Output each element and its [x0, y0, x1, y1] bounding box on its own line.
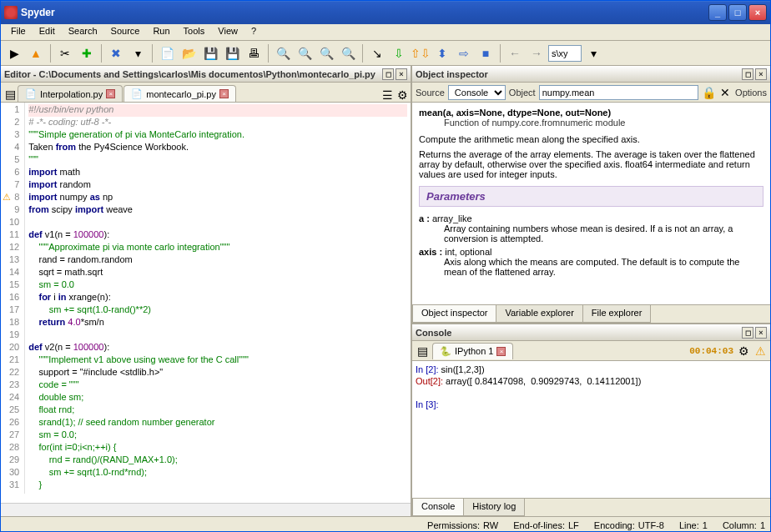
- editor-scroll-horizontal[interactable]: [1, 503, 411, 516]
- lock-icon[interactable]: 🔒: [702, 86, 715, 99]
- goto-input[interactable]: [548, 45, 582, 62]
- menu-edit[interactable]: Edit: [33, 24, 62, 40]
- status-line-label: Line:: [679, 520, 699, 530]
- status-eol-value: LF: [568, 520, 579, 530]
- menu-view[interactable]: View: [211, 24, 244, 40]
- new-file-icon[interactable]: 📄: [157, 43, 177, 63]
- tab-close-icon[interactable]: ×: [219, 89, 229, 98]
- main-toolbar: ▶ ▲ ✂ ✚ ✖ ▾ 📄 📂 💾 💾 🖶 🔍 🔍 🔍 🔍 ↘ ⇩ ⇧⇩ ⬍ ⇨…: [1, 41, 770, 66]
- console-opts-icon[interactable]: ⚙: [737, 344, 750, 358]
- step-out-icon[interactable]: ⬍: [432, 43, 452, 63]
- tab-close-icon[interactable]: ×: [106, 89, 115, 98]
- open-icon[interactable]: 📂: [179, 43, 199, 63]
- tab-list-icon[interactable]: ▤: [3, 87, 18, 102]
- step-over-icon[interactable]: ⇩: [389, 43, 409, 63]
- save-all-icon[interactable]: 💾: [222, 43, 242, 63]
- continue-icon[interactable]: ⇨: [454, 43, 474, 63]
- stop-icon[interactable]: ■: [476, 43, 496, 63]
- app-icon: [4, 6, 18, 19]
- editor-close-icon[interactable]: ×: [396, 68, 407, 80]
- back-icon[interactable]: ←: [505, 43, 525, 63]
- console-header: ▤ 🐍 IPython 1 × 00:04:03 ⚙ ⚠: [412, 341, 770, 361]
- close-button[interactable]: ×: [748, 4, 767, 21]
- options-label[interactable]: Options: [735, 88, 767, 98]
- tab-object-inspector[interactable]: Object inspector: [412, 305, 496, 323]
- inspector-title: Object inspector: [416, 69, 740, 79]
- doc-summary: Compute the arithmetic mean along the sp…: [419, 134, 763, 144]
- menu-bar: File Edit Search Source Run Tools View ?: [1, 24, 770, 41]
- status-line-value: 1: [703, 520, 708, 530]
- tab-variable-explorer[interactable]: Variable explorer: [496, 305, 582, 323]
- tab-label: Interpolation.py: [40, 89, 103, 99]
- editor-tabs: ▤ 📄 Interpolation.py × 📄 montecarlo_pi.p…: [1, 83, 411, 103]
- console-bottom-tabs: Console History log: [412, 498, 770, 516]
- console-list-icon[interactable]: ▤: [416, 344, 429, 358]
- window-title: Spyder: [21, 7, 708, 18]
- inspector-body: mean(a, axis=None, dtype=None, out=None)…: [412, 103, 770, 304]
- find-file-icon[interactable]: 🔍: [295, 43, 315, 63]
- line-gutter: 1234567⚠89101112131415161718192021222324…: [1, 103, 25, 494]
- param-axis: axis : int, optional Axis along which th…: [419, 247, 763, 277]
- outline-icon[interactable]: ☰: [380, 88, 394, 102]
- console-tab-close-icon[interactable]: ×: [496, 347, 506, 356]
- doc-signature: mean(a, axis=None, dtype=None, out=None): [419, 108, 763, 118]
- editor-undock-icon[interactable]: ◻: [382, 68, 394, 80]
- code-editor[interactable]: 1234567⚠89101112131415161718192021222324…: [1, 103, 411, 503]
- options-icon[interactable]: ⚙: [396, 88, 409, 102]
- run-selection-icon[interactable]: ▲: [26, 43, 46, 63]
- step-icon[interactable]: ↘: [367, 43, 387, 63]
- menu-source[interactable]: Source: [104, 24, 147, 40]
- status-enc-label: Encoding:: [594, 520, 635, 530]
- console-output[interactable]: In [2]: sin([1,2,3]) Out[2]: array([ 0.8…: [412, 361, 770, 498]
- preferences-icon[interactable]: ✖: [106, 43, 126, 63]
- param-a: a : array_like Array containing numbers …: [419, 213, 763, 243]
- goto-dropdown-icon[interactable]: ▾: [583, 43, 603, 63]
- dropdown-icon[interactable]: ▾: [128, 43, 148, 63]
- console-undock-icon[interactable]: ◻: [742, 327, 753, 339]
- tab-history-log[interactable]: History log: [463, 499, 525, 516]
- print-icon[interactable]: 🖶: [244, 43, 264, 63]
- menu-search[interactable]: Search: [62, 24, 104, 40]
- editor-pane-title: Editor - C:\Documents and Settings\carlo…: [1, 66, 411, 83]
- tab-interpolation[interactable]: 📄 Interpolation.py ×: [18, 85, 123, 102]
- console-title: Console: [416, 328, 740, 338]
- maximize-button[interactable]: □: [728, 4, 747, 21]
- console-tab-label: IPython 1: [455, 346, 493, 356]
- save-icon[interactable]: 💾: [200, 43, 220, 63]
- console-warn-icon: ⚠: [753, 344, 767, 358]
- python-file-icon: 📄: [25, 88, 37, 99]
- minimize-button[interactable]: _: [708, 4, 727, 21]
- doc-subtitle: Function of numpy.core.fromnumeric modul…: [419, 118, 763, 128]
- find3-icon[interactable]: 🔍: [316, 43, 336, 63]
- menu-help[interactable]: ?: [244, 24, 263, 40]
- menu-tools[interactable]: Tools: [177, 24, 212, 40]
- python-file-icon: 📄: [131, 88, 143, 99]
- object-label: Object: [509, 88, 536, 98]
- tab-montecarlo[interactable]: 📄 montecarlo_pi.py ×: [123, 85, 236, 102]
- status-enc-value: UTF-8: [638, 520, 664, 530]
- object-input[interactable]: [539, 85, 698, 100]
- forward-icon[interactable]: →: [527, 43, 547, 63]
- run-icon[interactable]: ▶: [4, 43, 24, 63]
- step-in-icon[interactable]: ⇧⇩: [411, 43, 431, 63]
- inspector-undock-icon[interactable]: ◻: [742, 68, 753, 80]
- find4-icon[interactable]: 🔍: [338, 43, 358, 63]
- console-close-icon[interactable]: ×: [755, 327, 767, 339]
- tab-label: montecarlo_pi.py: [146, 89, 216, 99]
- status-eol-label: End-of-lines:: [513, 520, 565, 530]
- tab-file-explorer[interactable]: File explorer: [582, 305, 652, 323]
- console-timer: 00:04:03: [689, 346, 733, 356]
- menu-file[interactable]: File: [4, 24, 33, 40]
- tab-console[interactable]: Console: [412, 499, 464, 516]
- menu-run[interactable]: Run: [146, 24, 176, 40]
- tab-ipython[interactable]: 🐍 IPython 1 ×: [432, 343, 513, 359]
- find-icon[interactable]: 🔍: [273, 43, 293, 63]
- status-col-value: 1: [760, 520, 765, 530]
- inspector-close-icon[interactable]: ×: [755, 68, 767, 80]
- code-text[interactable]: #!/usr/bin/env python# -*- coding: utf-8…: [25, 103, 411, 494]
- editor-path: Editor - C:\Documents and Settings\carlo…: [4, 69, 380, 79]
- clear-icon[interactable]: ✕: [718, 86, 732, 99]
- new-icon[interactable]: ✚: [77, 43, 97, 63]
- source-select[interactable]: Console: [448, 85, 506, 100]
- debug-icon[interactable]: ✂: [55, 43, 75, 63]
